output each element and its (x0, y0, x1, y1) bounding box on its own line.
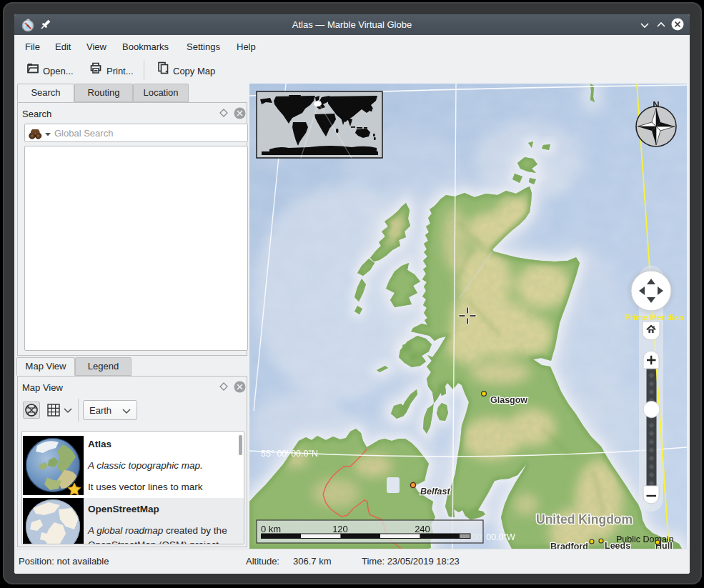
svg-text:Bradford: Bradford (550, 542, 588, 549)
svg-text:Public Domain: Public Domain (616, 534, 674, 544)
svg-text:120: 120 (332, 524, 348, 534)
svg-text:United Kingdom: United Kingdom (536, 512, 633, 527)
svg-text:Belfast: Belfast (420, 487, 451, 497)
svg-text:240: 240 (415, 524, 430, 534)
svg-text:55° 00' 00.0"N: 55° 00' 00.0"N (261, 449, 318, 459)
svg-text:Glasgow: Glasgow (490, 395, 527, 405)
svg-text:Prime Meridian: Prime Meridian (625, 313, 683, 322)
svg-text:0 km: 0 km (261, 524, 281, 534)
